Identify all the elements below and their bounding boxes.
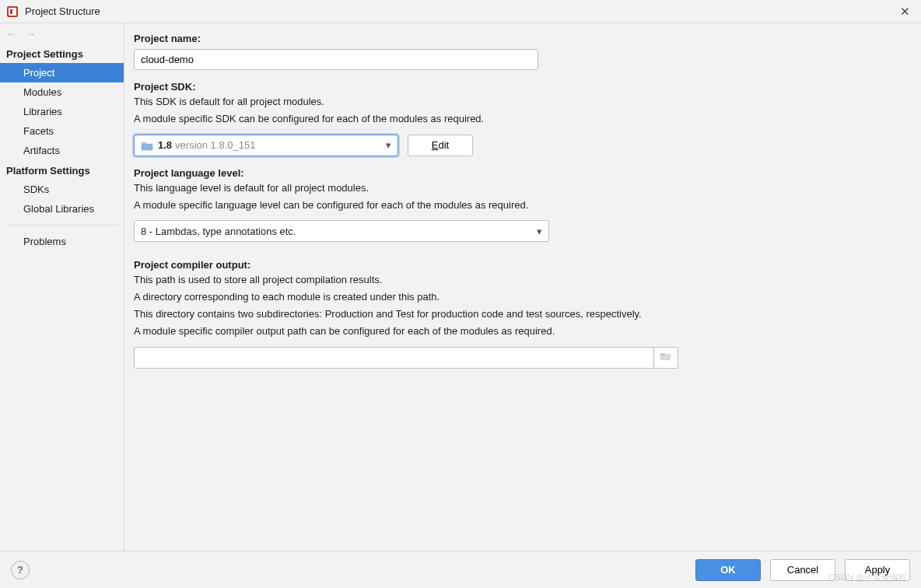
output-desc-1: This path is used to store all project c… <box>134 273 902 288</box>
cancel-button[interactable]: Cancel <box>770 559 835 581</box>
sidebar-section-project: Project Settings <box>0 44 124 63</box>
apply-button[interactable]: Apply <box>845 559 910 581</box>
language-level-value: 8 - Lambdas, type annotations etc. <box>141 226 296 237</box>
sidebar: ← → Project Settings Project Modules Lib… <box>0 23 124 551</box>
folder-open-icon <box>660 351 672 364</box>
help-button[interactable]: ? <box>11 561 30 579</box>
forward-icon[interactable]: → <box>26 28 36 40</box>
ok-button[interactable]: OK <box>695 559 761 581</box>
browse-button[interactable] <box>653 347 678 369</box>
compiler-output-input[interactable] <box>134 347 653 369</box>
sidebar-section-platform: Platform Settings <box>0 160 124 180</box>
lang-desc-2: A module specific language level can be … <box>134 198 902 213</box>
output-desc-3: This directory contains two subdirectori… <box>134 307 902 322</box>
edit-button[interactable]: Edit <box>408 135 473 156</box>
language-level-select[interactable]: 8 - Lambdas, type annotations etc. ▾ <box>134 220 549 242</box>
sidebar-item-global-libraries[interactable]: Global Libraries <box>0 199 124 219</box>
sdk-major: 1.8 <box>158 139 172 151</box>
sidebar-item-artifacts[interactable]: Artifacts <box>0 141 124 160</box>
sidebar-item-project[interactable]: Project <box>0 63 124 82</box>
project-name-input[interactable] <box>134 49 538 70</box>
chevron-down-icon: ▾ <box>537 226 542 237</box>
output-desc-4: A module specific compiler output path c… <box>134 324 902 339</box>
folder-icon <box>141 140 153 151</box>
back-icon[interactable]: ← <box>6 28 16 40</box>
app-icon <box>6 5 19 18</box>
output-label: Project compiler output: <box>134 259 902 271</box>
sdk-version: version 1.8.0_151 <box>175 139 255 151</box>
sidebar-item-problems[interactable]: Problems <box>0 232 124 251</box>
sidebar-item-sdks[interactable]: SDKs <box>0 180 124 199</box>
sidebar-item-modules[interactable]: Modules <box>0 82 124 102</box>
lang-level-label: Project language level: <box>134 167 902 179</box>
sidebar-item-libraries[interactable]: Libraries <box>0 102 124 121</box>
footer: ? OK Cancel Apply CSDN @小智麦编程 <box>0 551 921 588</box>
window-title: Project Structure <box>25 5 100 17</box>
svg-rect-2 <box>10 9 12 14</box>
sdk-select[interactable]: 1.8 version 1.8.0_151 ▾ <box>134 135 398 156</box>
lang-desc-1: This language level is default for all p… <box>134 181 902 196</box>
sidebar-separator <box>6 225 117 226</box>
sdk-desc-2: A module specific SDK can be configured … <box>134 112 902 127</box>
sdk-desc-1: This SDK is default for all project modu… <box>134 95 902 110</box>
titlebar: Project Structure ✕ <box>0 0 921 23</box>
sdk-label: Project SDK: <box>134 81 902 93</box>
project-name-label: Project name: <box>134 33 902 44</box>
close-icon[interactable]: ✕ <box>895 2 915 22</box>
chevron-down-icon: ▾ <box>386 139 391 151</box>
sidebar-item-facets[interactable]: Facets <box>0 121 124 141</box>
content: Project name: Project SDK: This SDK is d… <box>124 23 921 551</box>
output-desc-2: A directory corresponding to each module… <box>134 290 902 305</box>
